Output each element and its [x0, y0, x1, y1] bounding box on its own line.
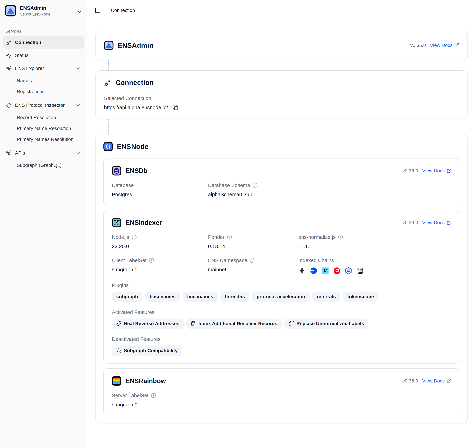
sidebar-item-apis[interactable]: APIs: [3, 147, 84, 159]
info-icon[interactable]: [149, 258, 154, 263]
plugin-badge: protocol-acceleration: [252, 292, 310, 302]
ensadmin-logo: [104, 40, 113, 50]
plugin-badge: tokenscope: [343, 292, 379, 302]
sidebar-item-ens-explorer[interactable]: ENS Explorer: [3, 62, 84, 75]
topbar-divider: [106, 8, 106, 13]
plugin-badge: referrals: [312, 292, 340, 302]
database-schema-value: alphaSchema0.36.0: [208, 192, 298, 197]
connection-card-title: Connection: [116, 79, 154, 86]
chevron-down-icon: [75, 66, 81, 71]
ensnode-selector[interactable]: ENSAdmin Select ENSNode: [0, 0, 87, 20]
ens-protocol-inspector-submenu: Record Resolution Primary Name Resolutio…: [11, 112, 84, 145]
ensrainbow-view-docs-link[interactable]: View Docs: [422, 378, 451, 384]
deactivated-features-label: Deactivated Features: [112, 336, 451, 342]
sidebar-item-connection[interactable]: Connection: [3, 36, 84, 49]
ens-namespace-field: ENS Namespace mainnet: [208, 258, 298, 275]
main-area: Connection ENSAdmin v0.36.0 View Docs Co…: [87, 0, 476, 448]
info-icon[interactable]: [151, 393, 156, 398]
plugin-badge: lineanames: [183, 292, 218, 302]
card-connector: [108, 60, 109, 70]
ensdb-logo: [112, 166, 121, 176]
apis-submenu: Subgraph (GraphQL): [11, 160, 84, 171]
ensadmin-version: v0.36.0: [410, 43, 426, 48]
sidebar-item-primary-name-resolution[interactable]: Primary Name Resolution: [12, 123, 84, 134]
sidebar-item-label: ENS Explorer: [15, 66, 44, 71]
info-icon[interactable]: [132, 235, 137, 240]
chevrons-up-down-icon[interactable]: [77, 8, 82, 13]
ensnode-card: ENSNode ENSDb v0.36.0 View Docs Database…: [96, 134, 468, 423]
sidebar-item-label: APIs: [15, 150, 25, 156]
info-icon[interactable]: [338, 235, 343, 240]
connection-url: https://api.alpha.ensnode.io/: [104, 105, 168, 110]
plug-zap-icon: [104, 79, 112, 86]
telescope-icon: [6, 66, 11, 71]
ensrainbow-card: ENSRainbow v0.36.0 View Docs Server Labe…: [103, 368, 460, 415]
base-icon: [310, 267, 317, 275]
ensindexer-view-docs-link[interactable]: View Docs: [422, 220, 451, 225]
feature-badge: Subgraph Compatibility: [112, 345, 182, 356]
copy-icon[interactable]: [173, 105, 178, 110]
chevron-down-icon: [75, 150, 81, 156]
ensindexer-card: ENSIndexer v0.36.0 View Docs Node.js 22.…: [103, 210, 460, 364]
sidebar-item-ens-protocol-inspector[interactable]: ENS Protocol Inspector: [3, 99, 84, 111]
ensdb-version: v0.36.0: [402, 168, 418, 173]
plug-zap-icon: [6, 40, 11, 45]
ensrainbow-version: v0.36.0: [402, 378, 418, 384]
external-link-icon: [454, 43, 459, 48]
external-link-icon: [447, 168, 451, 173]
topbar: Connection: [87, 0, 476, 21]
feature-badge: Replace Unnormalized Labels: [284, 319, 368, 329]
database-value: Postgres: [112, 192, 208, 197]
sidebar-item-subgraph-graphql[interactable]: Subgraph (GraphQL): [12, 160, 84, 171]
chevron-down-icon: [75, 103, 81, 108]
app-title: ENSAdmin: [20, 5, 46, 11]
sidebar-item-label: Status: [15, 53, 28, 58]
sidebar-item-label: ENS Protocol Inspector: [15, 103, 65, 108]
card-connector: [108, 119, 109, 134]
info-icon[interactable]: [253, 183, 258, 188]
deactivated-features-list: Subgraph Compatibility: [112, 345, 451, 356]
optimism-icon: [333, 267, 341, 275]
sidebar-nav: Connection Status ENS Explorer Names Reg…: [0, 36, 87, 173]
database-plus-icon: [191, 321, 196, 326]
activated-features-list: Heal Reverse Addresses Index Additional …: [112, 319, 451, 329]
info-icon[interactable]: [249, 258, 255, 263]
ensdb-card: ENSDb v0.36.0 View Docs Database Postgre…: [103, 158, 460, 205]
ensadmin-view-docs-link[interactable]: View Docs: [430, 43, 459, 48]
selected-connection-label: Selected Connection: [104, 95, 459, 101]
sidebar-item-label: Connection: [15, 40, 41, 45]
plugins-label: Plugins: [112, 282, 451, 288]
indexed-chains-list: [298, 267, 451, 275]
sidebar-toggle-icon[interactable]: [95, 7, 101, 13]
indexed-chains-field: Indexed Chains: [298, 258, 451, 275]
sidebar-item-names[interactable]: Names: [12, 75, 84, 86]
activity-icon: [6, 53, 11, 58]
nodejs-value: 22.20.0: [112, 243, 208, 249]
breadcrumb: Connection: [111, 8, 135, 13]
client-labelset-value: subgraph:0: [112, 267, 208, 272]
ponder-field: Ponder 0.13.14: [208, 234, 298, 249]
app-subtitle: Select ENSNode: [20, 12, 73, 17]
ens-namespace-label: ENS Namespace: [208, 258, 247, 263]
feature-badge: Heal Reverse Addresses: [112, 319, 184, 329]
client-labelset-field: Client LabelSet subgraph:0: [112, 258, 208, 275]
database-field: Database Postgres: [112, 182, 208, 197]
ensindexer-card-title: ENSIndexer: [125, 219, 162, 226]
plugin-badge: subgraph: [112, 292, 142, 302]
sidebar-item-status[interactable]: Status: [3, 49, 84, 62]
ensindexer-version: v0.36.0: [402, 220, 418, 225]
linea-icon: [322, 267, 329, 275]
sidebar-item-record-resolution[interactable]: Record Resolution: [12, 112, 84, 123]
ensdb-card-title: ENSDb: [125, 167, 147, 174]
ensdb-view-docs-link[interactable]: View Docs: [422, 168, 451, 173]
radio-tower-icon: [6, 150, 11, 156]
feature-badge: Index Additional Resolver Records: [187, 319, 282, 329]
ensadmin-card: ENSAdmin v0.36.0 View Docs: [96, 31, 468, 60]
sidebar-item-registrations[interactable]: Registrations: [12, 86, 84, 97]
info-icon[interactable]: [227, 235, 232, 240]
nodejs-label: Node.js: [112, 234, 129, 240]
sidebar-item-primary-names-resolution[interactable]: Primary Names Resolution: [12, 134, 84, 145]
scroll-icon: [356, 267, 364, 275]
database-label: Database: [112, 182, 208, 188]
external-link-icon: [447, 379, 451, 383]
